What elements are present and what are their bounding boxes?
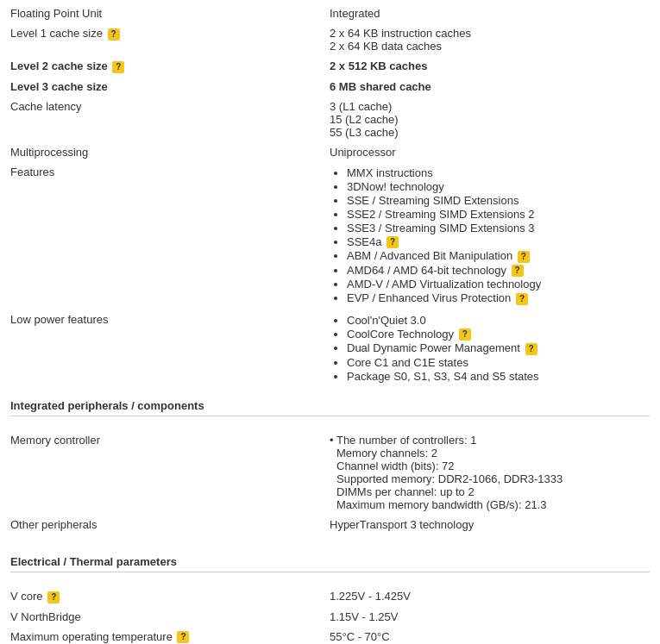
label-vcore: V core ?	[7, 586, 326, 607]
help-icon[interactable]: ?	[516, 293, 528, 305]
label-text-mem_controller: Memory controller	[10, 434, 100, 447]
value-line-mem_controller-1: Memory channels: 2	[330, 447, 650, 460]
value-line-cache_latency-1: 15 (L2 cache)	[330, 113, 650, 126]
label-text-multiprocessing: Multiprocessing	[10, 146, 88, 159]
row-mem_controller: Memory controller• The number of control…	[7, 430, 653, 515]
label-text-other_peripherals: Other peripherals	[10, 518, 97, 531]
help-icon[interactable]: ?	[47, 591, 60, 603]
row-other_peripherals: Other peripheralsHyperTransport 3 techno…	[7, 515, 653, 535]
value-line-cache_latency-2: 55 (L3 cache)	[330, 126, 650, 139]
after-space-td-integrated	[7, 535, 653, 543]
label-text-l1cache: Level 1 cache size	[10, 27, 103, 40]
list-item-text-low_power-4: Package S0, S1, S3, S4 and S5 states	[347, 370, 539, 383]
bullet-icon: •	[330, 434, 336, 447]
list-item-low_power-2: Dual Dynamic Power Management ?	[347, 341, 650, 355]
value-line-mem_controller-3: Supported memory: DDR2-1066, DDR3-1333	[330, 472, 650, 485]
list-item-features-3: SSE2 / Streaming SIMD Extensions 2	[347, 208, 650, 221]
value-line-l1cache-1: 2 x 64 KB data caches	[330, 40, 650, 53]
help-icon[interactable]: ?	[112, 61, 124, 73]
list-item-text-features-7: AMD64 / AMD 64-bit technology	[347, 264, 506, 277]
value-low_power: Cool'n'Quiet 3.0CoolCore Technology ?Dua…	[326, 309, 653, 387]
list-item-text-features-6: ABM / Advanced Bit Manipulation	[347, 249, 512, 262]
section-space-integrated	[7, 422, 653, 430]
section-space-td-electrical	[7, 578, 653, 586]
section-header-integrated: Integrated peripherals / components	[7, 387, 653, 422]
list-low_power: Cool'n'Quiet 3.0CoolCore Technology ?Dua…	[330, 314, 650, 383]
label-l2cache: Level 2 cache size ?	[7, 56, 326, 77]
value-line-mem_controller-5: Maximum memory bandwidth (GB/s): 21.3	[330, 498, 650, 511]
value-text-other_peripherals: HyperTransport 3 technology	[330, 518, 474, 531]
value-text-max_temp: 55°C - 70°C	[330, 630, 390, 643]
list-item-low_power-0: Cool'n'Quiet 3.0	[347, 314, 650, 327]
label-cache_latency: Cache latency	[7, 97, 326, 142]
list-item-low_power-1: CoolCore Technology ?	[347, 328, 650, 341]
value-multiprocessing: Uniprocessor	[326, 142, 653, 162]
value-mem_controller: • The number of controllers: 1Memory cha…	[326, 430, 653, 515]
label-max_temp: Maximum operating temperature ?	[7, 627, 326, 645]
row-vnb: V NorthBridge1.15V - 1.25V	[7, 607, 653, 627]
row-l3cache: Level 3 cache size6 MB shared cache	[7, 77, 653, 97]
list-item-text-features-4: SSE3 / Streaming SIMD Extensions 3	[347, 222, 534, 234]
section-title-cell-electrical: Electrical / Thermal parameters	[7, 543, 653, 578]
list-item-features-9: EVP / Enhanced Virus Protection ?	[347, 291, 650, 305]
value-text-vnb: 1.15V - 1.25V	[330, 610, 399, 623]
list-item-text-low_power-1: CoolCore Technology	[347, 328, 454, 341]
list-item-text-features-2: SSE / Streaming SIMD Extensions	[347, 194, 519, 207]
list-item-features-4: SSE3 / Streaming SIMD Extensions 3	[347, 222, 650, 234]
after-space-integrated	[7, 535, 653, 543]
value-text-l2cache: 2 x 512 KB caches	[330, 59, 427, 72]
label-low_power: Low power features	[7, 309, 326, 387]
list-item-text-low_power-0: Cool'n'Quiet 3.0	[347, 314, 426, 327]
value-features: MMX instructions3DNow! technologySSE / S…	[326, 162, 653, 309]
row-features: FeaturesMMX instructions3DNow! technolog…	[7, 162, 653, 309]
list-item-low_power-3: Core C1 and C1E states	[347, 356, 650, 369]
label-features: Features	[7, 162, 326, 309]
list-item-features-1: 3DNow! technology	[347, 180, 650, 193]
row-vcore: V core ?1.225V - 1.425V	[7, 586, 653, 607]
label-text-l2cache: Level 2 cache size	[10, 59, 108, 72]
value-line-mem_controller-0: • The number of controllers: 1	[330, 434, 650, 447]
value-l1cache: 2 x 64 KB instruction caches2 x 64 KB da…	[326, 23, 653, 56]
value-cache_latency: 3 (L1 cache)15 (L2 cache)55 (L3 cache)	[326, 97, 653, 142]
help-icon[interactable]: ?	[459, 328, 471, 341]
label-other_peripherals: Other peripherals	[7, 515, 326, 535]
label-text-vnb: V NorthBridge	[10, 610, 81, 623]
label-multiprocessing: Multiprocessing	[7, 142, 326, 162]
list-item-text-features-9: EVP / Enhanced Virus Protection	[347, 291, 511, 304]
help-icon[interactable]: ?	[512, 265, 524, 277]
row-fpu: Floating Point UnitIntegrated	[7, 3, 653, 23]
list-item-text-features-5: SSE4a	[347, 235, 381, 248]
section-space-td-integrated	[7, 422, 653, 430]
value-vcore: 1.225V - 1.425V	[326, 586, 653, 607]
help-icon[interactable]: ?	[525, 343, 537, 355]
label-text-max_temp: Maximum operating temperature	[10, 630, 173, 643]
page: Floating Point UnitIntegratedLevel 1 cac…	[0, 0, 660, 644]
row-low_power: Low power featuresCool'n'Quiet 3.0CoolCo…	[7, 309, 653, 387]
label-text-features: Features	[10, 166, 54, 178]
help-icon[interactable]: ?	[387, 236, 399, 248]
value-vnb: 1.15V - 1.25V	[326, 607, 653, 627]
label-text-fpu: Floating Point Unit	[10, 7, 102, 20]
row-multiprocessing: MultiprocessingUniprocessor	[7, 142, 653, 162]
value-l2cache: 2 x 512 KB caches	[326, 56, 653, 77]
value-text-l3cache: 6 MB shared cache	[330, 80, 431, 93]
label-mem_controller: Memory controller	[7, 430, 326, 515]
list-item-features-7: AMD64 / AMD 64-bit technology ?	[347, 264, 650, 278]
list-item-text-features-8: AMD-V / AMD Virtualization technology	[347, 278, 541, 291]
value-text-vcore: 1.225V - 1.425V	[330, 590, 411, 603]
help-icon[interactable]: ?	[177, 631, 189, 643]
value-text-multiprocessing: Uniprocessor	[330, 146, 396, 159]
label-text-l3cache: Level 3 cache size	[10, 80, 108, 93]
value-l3cache: 6 MB shared cache	[326, 77, 653, 97]
list-item-text-features-0: MMX instructions	[347, 166, 433, 179]
section-header-electrical: Electrical / Thermal parameters	[7, 543, 653, 578]
label-fpu: Floating Point Unit	[7, 3, 326, 23]
main-table: Floating Point UnitIntegratedLevel 1 cac…	[7, 3, 653, 644]
label-text-low_power: Low power features	[10, 313, 108, 326]
help-icon[interactable]: ?	[518, 251, 530, 263]
label-vnb: V NorthBridge	[7, 607, 326, 627]
value-line-mem_controller-2: Channel width (bits): 72	[330, 460, 650, 472]
label-text-vcore: V core	[10, 590, 43, 603]
help-icon[interactable]: ?	[108, 28, 120, 41]
list-item-features-5: SSE4a ?	[347, 235, 650, 249]
